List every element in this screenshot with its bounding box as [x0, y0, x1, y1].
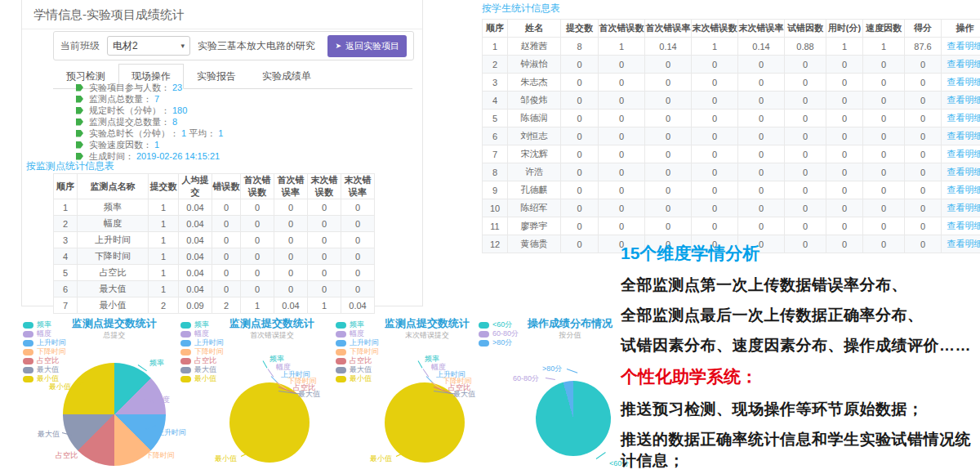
legend-item[interactable]: 最小值 — [336, 375, 379, 382]
table-cell: 0 — [561, 110, 599, 127]
tab-实验成绩单[interactable]: 实验成绩单 — [249, 64, 324, 89]
stat-label: 监测点提交总数量： — [89, 116, 170, 128]
table-cell: 0 — [561, 74, 599, 92]
table-cell: 0.88 — [785, 38, 826, 56]
table-cell: 0 — [785, 163, 826, 181]
promo-heading-analysis: 15个维度学情分析 — [621, 242, 980, 265]
table-cell: 幅度 — [78, 216, 149, 232]
table-cell: 0 — [645, 110, 692, 127]
legend-item[interactable]: 最小值 — [180, 375, 224, 382]
table-row: 10陈绍军000000000查看明细 — [483, 199, 980, 217]
view-detail-link[interactable]: 查看明细 — [947, 131, 980, 141]
legend-item[interactable]: 最大值 — [180, 366, 224, 373]
table-cell: 0 — [599, 92, 645, 110]
table-row: 1频率10.0400000 — [54, 199, 375, 216]
class-select[interactable]: 电材2 ▾ — [107, 36, 190, 56]
view-detail-link[interactable]: 查看明细 — [947, 149, 980, 159]
table-cell: 0 — [241, 216, 274, 232]
pie-label: 占空比 — [56, 450, 78, 461]
table-cell: 0 — [738, 145, 785, 163]
table-cell: 1 — [149, 232, 179, 248]
legend-swatch — [180, 322, 191, 329]
table-cell: 0 — [341, 281, 375, 297]
table-cell: 1 — [826, 38, 863, 56]
legend-item[interactable]: 占空比 — [336, 357, 379, 364]
stat-item: 实验总时长（分钟）：1 平均：1 — [76, 127, 223, 139]
table-cell: 陈绍军 — [508, 199, 561, 217]
legend-item[interactable]: 下降时间 — [180, 348, 224, 356]
table-cell: 0 — [645, 163, 692, 181]
column-header: 提交数 — [149, 174, 179, 199]
monitor-table-title: 按监测点统计信息表 — [26, 159, 114, 173]
page-title: 学情信息-实验项目成绩统计 — [22, 0, 422, 29]
table-row: 8许浩000000000查看明细 — [483, 163, 980, 181]
table-cell: 12 — [483, 235, 508, 253]
stat-item: 监测点提交总数量：8 — [76, 116, 223, 127]
stat-item: 监测点总数量：7 — [76, 93, 223, 105]
table-cell: 0 — [645, 145, 692, 163]
view-detail-link[interactable]: 查看明细 — [947, 203, 980, 212]
table-cell: 0.04 — [179, 248, 212, 265]
table-cell: 0 — [561, 92, 599, 110]
view-detail-link[interactable]: 查看明细 — [947, 221, 980, 230]
chart-title: 监测点提交数统计 — [370, 316, 484, 331]
table-cell: 0 — [905, 163, 942, 181]
table-cell: 0 — [645, 199, 692, 217]
table-cell: 0 — [212, 248, 241, 265]
table-cell: 0 — [341, 232, 375, 248]
table-cell: 0 — [341, 265, 375, 281]
view-detail-link[interactable]: 查看明细 — [947, 41, 980, 51]
table-cell: 0 — [826, 127, 863, 145]
table-cell: 0 — [905, 181, 942, 199]
table-cell: 下降时间 — [78, 248, 149, 265]
legend-item[interactable]: 占空比 — [23, 357, 66, 364]
legend-item[interactable]: 占空比 — [180, 357, 224, 364]
view-detail-link[interactable]: 查看明细 — [947, 167, 980, 177]
table-cell: 0 — [826, 110, 863, 127]
pie-label: 幅度 — [155, 395, 170, 405]
table-cell: 邹俊炜 — [508, 92, 561, 110]
table-cell: 0 — [308, 199, 341, 216]
class-label: 当前班级 — [60, 39, 100, 53]
legend-item[interactable]: 最大值 — [336, 366, 379, 373]
table-cell: 0 — [826, 92, 863, 110]
view-detail-link[interactable]: 查看明细 — [947, 77, 980, 87]
table-cell: 0 — [274, 265, 308, 281]
table-cell: 0 — [599, 110, 645, 127]
column-header: 速度因数 — [863, 20, 905, 38]
legend-item[interactable]: 下降时间 — [336, 348, 379, 356]
table-cell: 0 — [645, 127, 692, 145]
legend-swatch — [336, 331, 346, 338]
table-cell: 0 — [826, 145, 863, 163]
back-button-label: 返回实验项目 — [345, 40, 399, 52]
stats-list: 实验项目参与人数：23监测点总数量：7规定时长（分钟）：180监测点提交总数量：… — [76, 82, 223, 162]
legend-swatch — [23, 331, 33, 338]
stat-value: 1 — [218, 128, 223, 138]
legend-swatch — [180, 331, 191, 338]
table-row: 2幅度10.0400000 — [54, 216, 375, 232]
view-detail-link[interactable]: 查看明细 — [947, 59, 980, 69]
legend-item[interactable]: 最大值 — [23, 366, 66, 373]
column-header: 用时(分) — [826, 20, 863, 38]
table-cell: 0 — [863, 163, 905, 181]
view-detail-link[interactable]: 查看明细 — [947, 95, 980, 105]
stat-value: 1 — [154, 140, 159, 150]
table-cell: 1 — [483, 38, 508, 56]
table-cell: 0 — [692, 199, 738, 217]
table-cell: 5 — [483, 110, 508, 127]
column-header: 人均提交 — [179, 174, 212, 199]
back-to-project-button[interactable]: ➤ 返回实验项目 — [327, 35, 407, 57]
label-line — [418, 360, 423, 368]
promo-line: 全部监测点第一次上传数据错误率分布、 — [621, 275, 980, 296]
table-cell: 0 — [692, 181, 738, 199]
view-detail-link[interactable]: 查看明细 — [947, 185, 980, 195]
table-cell: 3 — [54, 232, 78, 248]
table-cell: 9 — [483, 181, 508, 199]
chart-title: 监测点提交数统计 — [215, 316, 329, 331]
column-header: 首次错误数 — [241, 174, 274, 199]
legend-item[interactable]: 下降时间 — [23, 348, 66, 356]
pie-label: >80分 — [542, 364, 562, 374]
table-cell: 0 — [241, 199, 274, 216]
view-detail-link[interactable]: 查看明细 — [947, 113, 980, 123]
table-cell: 黄德贵 — [508, 235, 561, 253]
